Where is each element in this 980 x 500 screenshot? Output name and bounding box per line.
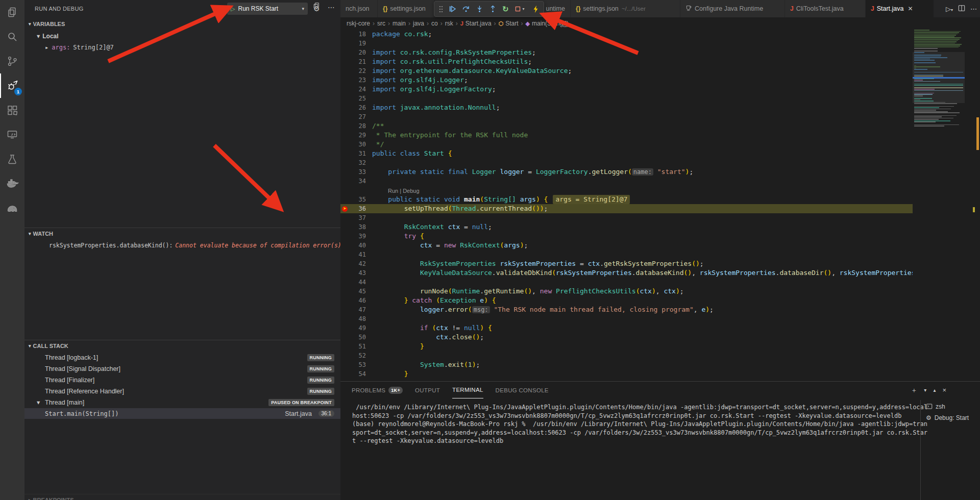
- tab-settings-json[interactable]: {}settings.json: [378, 0, 435, 17]
- line-number[interactable]: 23: [340, 76, 366, 85]
- hot-code-replace-icon[interactable]: [532, 5, 539, 13]
- tab-settings-json[interactable]: {}settings.json~/.../User: [571, 0, 680, 17]
- minimap[interactable]: [913, 30, 965, 381]
- thread-row[interactable]: Thread [Reference Handler]RUNNING: [24, 386, 340, 396]
- line-number[interactable]: 44: [340, 278, 366, 287]
- tab-configure-java-runtime[interactable]: Configure Java Runtime: [680, 0, 785, 17]
- new-terminal-icon[interactable]: ＋: [911, 386, 917, 395]
- line-number[interactable]: 49: [340, 323, 366, 333]
- remote-explorer-icon[interactable]: [0, 122, 24, 147]
- more-actions-icon[interactable]: ⋯: [328, 3, 335, 11]
- line-number[interactable]: 19: [340, 39, 366, 48]
- line-number[interactable]: 32: [340, 158, 366, 167]
- docker-icon[interactable]: [0, 171, 24, 196]
- variables-scope-local[interactable]: ▾ Local: [24, 31, 340, 41]
- overview-ruler[interactable]: [965, 17, 980, 381]
- chevron-down-icon[interactable]: ▾: [924, 387, 926, 393]
- line-number[interactable]: 45: [340, 287, 366, 296]
- breadcrumb[interactable]: rskj-core›src›main›java›co›rsk›JStart.ja…: [340, 17, 980, 30]
- panel-tab-debug-console[interactable]: DEBUG CONSOLE: [496, 382, 549, 398]
- step-out-icon[interactable]: [489, 5, 497, 13]
- source-control-icon[interactable]: [0, 49, 24, 73]
- restart-icon[interactable]: ↻: [502, 5, 509, 14]
- panel-tab-problems[interactable]: PROBLEMS1K+: [352, 382, 403, 398]
- breakpoints-section-header[interactable]: ▸ BREAKPOINTS: [24, 494, 340, 500]
- line-number[interactable]: 54: [340, 369, 366, 379]
- line-number[interactable]: 35: [340, 195, 366, 204]
- drag-grip-icon[interactable]: [439, 5, 443, 13]
- extensions-icon[interactable]: [0, 98, 24, 122]
- breadcrumb-folder[interactable]: src: [377, 20, 385, 27]
- terminal-output[interactable]: /usr/bin/env /Library/Internet\ Plug-Ins…: [352, 403, 914, 445]
- watch-expression-row[interactable]: rskSystemProperties.databaseKind(): Cann…: [24, 240, 340, 251]
- run-config-dropdown[interactable]: ▷ Run RSK Start ▾: [227, 3, 308, 15]
- step-over-icon[interactable]: [462, 5, 470, 13]
- line-number[interactable]: 37: [340, 213, 366, 222]
- stop-icon[interactable]: [514, 6, 521, 12]
- run-java-button[interactable]: ▷▾: [946, 5, 953, 13]
- breadcrumb-folder[interactable]: main: [393, 20, 406, 27]
- breadcrumb-folder[interactable]: rskj-core: [347, 20, 370, 27]
- line-number[interactable]: 28: [340, 121, 366, 131]
- testing-icon[interactable]: [0, 147, 24, 171]
- line-number[interactable]: 47: [340, 305, 366, 314]
- panel-tab-terminal[interactable]: TERMINAL: [452, 382, 483, 398]
- line-number[interactable]: 24: [340, 85, 366, 94]
- line-number[interactable]: 31: [340, 149, 366, 158]
- line-number[interactable]: 53: [340, 360, 366, 369]
- line-number[interactable]: 25: [340, 94, 366, 103]
- line-number[interactable]: 36: [340, 204, 366, 213]
- line-number[interactable]: 21: [340, 57, 366, 66]
- split-editor-icon[interactable]: [958, 5, 965, 13]
- line-number[interactable]: 33: [340, 167, 366, 177]
- thread-row[interactable]: Thread [Signal Dispatcher]RUNNING: [24, 363, 340, 374]
- line-number[interactable]: 40: [340, 241, 366, 250]
- call-stack-section-header[interactable]: ▾ CALL STACK: [24, 340, 340, 351]
- line-number[interactable]: 34: [340, 177, 366, 186]
- more-actions-icon[interactable]: ⋯: [970, 5, 977, 13]
- line-number[interactable]: 42: [340, 259, 366, 268]
- line-number[interactable]: 27: [340, 112, 366, 121]
- line-number[interactable]: 46: [340, 296, 366, 305]
- copy-icon[interactable]: [313, 2, 320, 11]
- terminal-instance-debug-start[interactable]: ⚙Debug: Start: [921, 412, 980, 423]
- line-number[interactable]: 52: [340, 351, 366, 360]
- breadcrumb-method[interactable]: main(String[]): [532, 20, 569, 27]
- thread-row[interactable]: Thread [Finalizer]RUNNING: [24, 374, 340, 385]
- breadcrumb-file[interactable]: Start.java: [465, 20, 492, 27]
- line-number[interactable]: 22: [340, 66, 366, 76]
- thread-row[interactable]: Thread [logback-1]RUNNING: [24, 352, 340, 363]
- line-number[interactable]: 26: [340, 103, 366, 112]
- close-panel-icon[interactable]: ×: [942, 386, 946, 394]
- line-number[interactable]: 29: [340, 131, 366, 140]
- breadcrumb-class[interactable]: Start: [505, 20, 518, 27]
- breadcrumb-folder[interactable]: rsk: [445, 20, 453, 27]
- close-icon[interactable]: ✕: [908, 5, 913, 12]
- line-number[interactable]: 51: [340, 342, 366, 351]
- codelens-run-debug[interactable]: Run | Debug: [388, 186, 420, 195]
- variables-section-header[interactable]: ▾ VARIABLES: [24, 18, 340, 30]
- gradle-icon[interactable]: [0, 196, 24, 220]
- line-number[interactable]: 43: [340, 268, 366, 278]
- breadcrumb-folder[interactable]: java: [413, 20, 424, 27]
- line-number[interactable]: 48: [340, 314, 366, 323]
- line-number[interactable]: 41: [340, 250, 366, 259]
- thread-row[interactable]: ▾Thread [main]PAUSED ON BREAKPOINT: [24, 397, 340, 408]
- continue-icon[interactable]: [449, 5, 456, 13]
- line-number[interactable]: 30: [340, 140, 366, 149]
- maximize-panel-icon[interactable]: ▴: [933, 387, 936, 393]
- tab-nch-json[interactable]: nch.json: [340, 0, 378, 17]
- panel-tab-output[interactable]: OUTPUT: [415, 382, 440, 398]
- line-number[interactable]: 38: [340, 222, 366, 232]
- stack-frame-row[interactable]: Start.main(String[]) Start.java 36:1: [24, 408, 340, 419]
- tab-clitoolstest-java[interactable]: JCliToolsTest.java: [785, 0, 866, 17]
- search-icon[interactable]: [0, 24, 24, 49]
- line-number[interactable]: 39: [340, 232, 366, 241]
- run-debug-icon[interactable]: 1: [0, 73, 24, 98]
- explorer-icon[interactable]: [0, 0, 24, 24]
- watch-section-header[interactable]: ▾ WATCH: [24, 228, 340, 239]
- line-number[interactable]: 20: [340, 48, 366, 57]
- line-number[interactable]: 18: [340, 30, 366, 39]
- step-into-icon[interactable]: [476, 5, 483, 13]
- terminal-instance-zsh[interactable]: zsh: [921, 401, 980, 412]
